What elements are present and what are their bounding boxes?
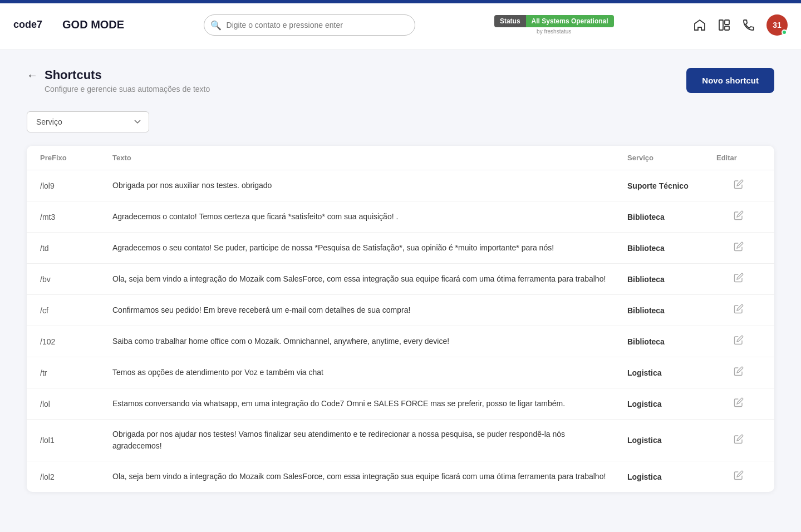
cell-text: Ola, seja bem vindo a integração do Moza…	[112, 273, 627, 285]
cell-text: Confirmamos seu pedido! Em breve receber…	[112, 304, 627, 316]
status-row: Status All Systems Operational	[494, 15, 614, 27]
cell-text: Estamos conversando via whatsapp, em uma…	[112, 398, 627, 410]
cell-edit	[716, 210, 761, 223]
service-select[interactable]: Serviço Suporte Técnico Biblioteca Logis…	[27, 111, 149, 132]
cell-prefix: /lol9	[40, 181, 112, 190]
cell-edit	[716, 470, 761, 483]
edit-icon[interactable]	[734, 366, 744, 379]
cell-prefix: /cf	[40, 306, 112, 315]
table-row: /lol9 Obrigada por nos auxiliar nos test…	[27, 170, 774, 201]
edit-icon[interactable]	[734, 210, 744, 223]
edit-icon[interactable]	[734, 273, 744, 285]
cell-service: Biblioteca	[627, 337, 716, 346]
shortcuts-table: PreFixo Texto Serviço Editar /lol9 Obrig…	[27, 146, 774, 492]
cell-prefix: /102	[40, 337, 112, 346]
main-content: ← Shortcuts Configure e gerencie suas au…	[0, 50, 801, 510]
cell-text: Ola, seja bem vindo a integração do Moza…	[112, 471, 627, 482]
cell-text: Saiba como trabalhar home office com o M…	[112, 336, 627, 347]
cell-service: Suporte Técnico	[627, 181, 716, 190]
table-row: /td Agradecemos o seu contato! Se puder,…	[27, 233, 774, 264]
logo: code7	[13, 19, 42, 31]
status-sub-label: by freshstatus	[537, 28, 571, 35]
cell-service: Logistica	[627, 472, 716, 481]
phone-icon[interactable]	[742, 18, 755, 32]
back-button[interactable]: ←	[27, 69, 38, 82]
cell-text: Agradecemos o contato! Temos certeza que…	[112, 211, 627, 223]
cell-service: Logistica	[627, 436, 716, 445]
cell-prefix: /lol	[40, 400, 112, 408]
table-header: PreFixo Texto Serviço Editar	[27, 146, 774, 170]
svg-rect-0	[719, 20, 723, 30]
table-row: /bv Ola, seja bem vindo a integração do …	[27, 264, 774, 295]
table-row: /lol1 Obrigada por nos ajudar nos testes…	[27, 420, 774, 461]
cell-prefix: /mt3	[40, 213, 112, 221]
col-prefix: PreFixo	[40, 154, 112, 162]
nav-icons: 31	[693, 14, 788, 36]
svg-rect-1	[725, 20, 729, 24]
page-subtitle: Configure e gerencie suas automações de …	[45, 85, 210, 93]
edit-icon[interactable]	[734, 179, 744, 192]
status-left-label: Status	[494, 15, 526, 27]
cell-edit	[716, 304, 761, 317]
cell-service: Logistica	[627, 400, 716, 408]
edit-icon[interactable]	[734, 470, 744, 483]
status-right-label: All Systems Operational	[526, 15, 614, 27]
table-row: /102 Saiba como trabalhar home office co…	[27, 326, 774, 357]
cell-text: Temos as opções de atendimento por Voz e…	[112, 367, 627, 378]
cell-edit	[716, 273, 761, 285]
avatar-online-dot	[782, 29, 787, 35]
cell-edit	[716, 335, 761, 348]
svg-rect-2	[725, 26, 729, 30]
topbar: code7 GOD MODE 🔍 Status All Systems Oper…	[0, 0, 801, 50]
table-row: /cf Confirmamos seu pedido! Em breve rec…	[27, 295, 774, 326]
novo-shortcut-button[interactable]: Novo shortcut	[686, 68, 774, 93]
cell-edit	[716, 397, 761, 410]
cell-prefix: /bv	[40, 275, 112, 284]
search-input[interactable]	[204, 14, 415, 36]
col-edit: Editar	[716, 154, 761, 162]
search-bar: 🔍	[204, 14, 415, 36]
cell-prefix: /td	[40, 244, 112, 253]
cell-text: Obrigada por nos ajudar nos testes! Vamo…	[112, 428, 627, 452]
table-body: /lol9 Obrigada por nos auxiliar nos test…	[27, 170, 774, 492]
cell-edit	[716, 242, 761, 254]
home-icon[interactable]	[693, 18, 706, 32]
cell-service: Biblioteca	[627, 306, 716, 315]
cell-edit	[716, 434, 761, 447]
table-row: /mt3 Agradecemos o contato! Temos certez…	[27, 201, 774, 233]
blue-strip	[0, 0, 801, 3]
cell-service: Biblioteca	[627, 244, 716, 253]
page-header-left: ← Shortcuts Configure e gerencie suas au…	[27, 68, 210, 93]
col-text: Texto	[112, 154, 627, 162]
edit-icon[interactable]	[734, 434, 744, 447]
page-title-group: Shortcuts Configure e gerencie suas auto…	[45, 68, 210, 93]
edit-icon[interactable]	[734, 242, 744, 254]
col-service: Serviço	[627, 154, 716, 162]
edit-icon[interactable]	[734, 397, 744, 410]
god-mode-label: GOD MODE	[62, 18, 124, 31]
search-icon: 🔍	[210, 19, 222, 30]
cell-prefix: /tr	[40, 368, 112, 377]
cell-text: Agradecemos o seu contato! Se puder, par…	[112, 242, 627, 254]
cell-service: Biblioteca	[627, 213, 716, 221]
table-row: /lol2 Ola, seja bem vindo a integração d…	[27, 461, 774, 492]
edit-icon[interactable]	[734, 304, 744, 317]
page-header: ← Shortcuts Configure e gerencie suas au…	[27, 68, 774, 93]
status-badge: Status All Systems Operational by freshs…	[494, 15, 614, 35]
cell-prefix: /lol1	[40, 436, 112, 445]
edit-icon[interactable]	[734, 335, 744, 348]
page-title: Shortcuts	[45, 68, 210, 82]
cell-edit	[716, 179, 761, 192]
cell-service: Logistica	[627, 368, 716, 377]
table-row: /lol Estamos conversando via whatsapp, e…	[27, 388, 774, 420]
cell-prefix: /lol2	[40, 472, 112, 481]
table-row: /tr Temos as opções de atendimento por V…	[27, 357, 774, 388]
cell-edit	[716, 366, 761, 379]
avatar[interactable]: 31	[766, 14, 788, 36]
layout-icon[interactable]	[718, 18, 731, 32]
cell-service: Biblioteca	[627, 275, 716, 284]
filter-row: Serviço Suporte Técnico Biblioteca Logis…	[27, 111, 774, 132]
cell-text: Obrigada por nos auxiliar nos testes. ob…	[112, 180, 627, 191]
